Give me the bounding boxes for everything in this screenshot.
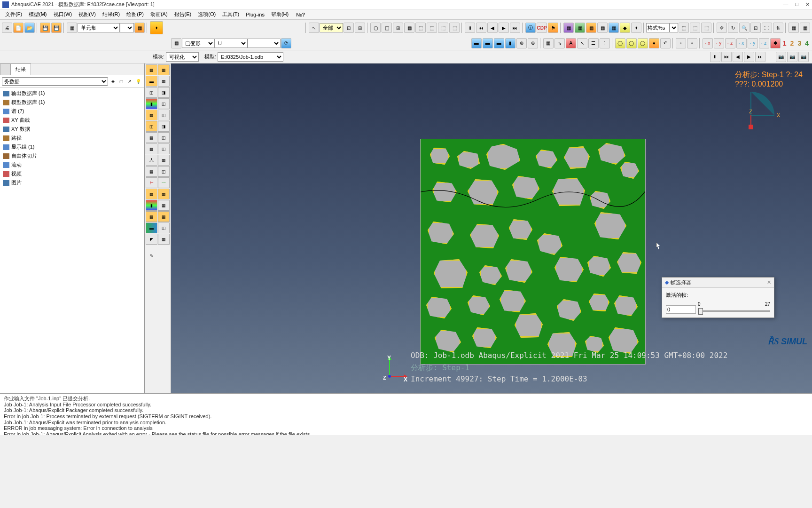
- tool-xy4[interactable]: ◫: [158, 166, 170, 177]
- arrow-tool[interactable]: ↖: [309, 23, 319, 33]
- iso1[interactable]: ⬚: [679, 23, 689, 33]
- tool-material-opts[interactable]: ◫: [158, 110, 170, 120]
- box4[interactable]: ▦: [404, 23, 414, 33]
- tab-results[interactable]: 结果: [10, 64, 31, 75]
- circ2[interactable]: ◯: [626, 38, 637, 48]
- viewport[interactable]: 分析步: Step-1 ?: 24 ???: 0.001200 X Z: [171, 64, 812, 393]
- menu-help[interactable]: 帮助(H): [268, 10, 291, 19]
- undo-icon[interactable]: ↶: [660, 38, 671, 48]
- tree-btn2[interactable]: ▢: [117, 78, 125, 85]
- frame-selector-dialog[interactable]: ◆ 帧选择器 ✕ 激活的帧: 0 27: [662, 277, 774, 318]
- menu-report[interactable]: 报告(E): [172, 10, 195, 19]
- cube4[interactable]: ⬚: [449, 23, 460, 33]
- cube3[interactable]: ⬚: [438, 23, 448, 33]
- tree-item-movie[interactable]: 视频: [1, 169, 143, 178]
- message-area[interactable]: 作业输入文件 "Job-1.inp" 已提交分析. Job Job-1: Ana…: [0, 393, 812, 435]
- tree-item-spectrum[interactable]: 谱 (7): [1, 107, 143, 116]
- annot-text[interactable]: A: [566, 38, 576, 48]
- render5[interactable]: ▦: [609, 23, 619, 33]
- first-icon[interactable]: ⏮: [476, 23, 486, 33]
- pan-icon[interactable]: ✥: [717, 23, 727, 33]
- element-set-button[interactable]: ▦: [67, 23, 77, 33]
- tree-item-xy-data[interactable]: XY 数据: [1, 125, 143, 134]
- vp3[interactable]: ▬: [494, 38, 504, 48]
- vp2[interactable]: ▬: [483, 38, 493, 48]
- menu-view[interactable]: 视图(V): [76, 10, 99, 19]
- tool-ply1[interactable]: ◫: [146, 121, 157, 132]
- annot-list[interactable]: ☰: [588, 38, 599, 48]
- frame-slider-track[interactable]: [698, 310, 770, 312]
- tool-xy2[interactable]: ▦: [158, 155, 170, 166]
- vp4[interactable]: ▮: [505, 38, 515, 48]
- anim-prev[interactable]: ◀: [733, 52, 743, 62]
- csys-y[interactable]: ⌐y: [714, 38, 724, 48]
- cube1[interactable]: ⬚: [415, 23, 426, 33]
- cube2[interactable]: ⬚: [427, 23, 437, 33]
- align-icon[interactable]: ⇅: [773, 23, 783, 33]
- view-1[interactable]: 1: [783, 40, 787, 47]
- tool-stream2[interactable]: ◫: [158, 222, 170, 233]
- tool-symbol2[interactable]: ◨: [158, 87, 170, 98]
- selection-filter[interactable]: 全部: [320, 23, 343, 32]
- camera1[interactable]: 📷: [776, 52, 786, 62]
- saveas-button[interactable]: 💾: [51, 23, 62, 33]
- last-icon[interactable]: ⏭: [510, 23, 520, 33]
- tool-anim1[interactable]: ▦: [146, 132, 157, 143]
- rotate-icon[interactable]: ↻: [728, 23, 738, 33]
- tree-item-xy-curve[interactable]: XY 曲线: [1, 116, 143, 125]
- tool-plot-deformed[interactable]: ▦: [158, 64, 170, 75]
- format-input[interactable]: [646, 23, 670, 32]
- tree-btn3[interactable]: ↗: [126, 78, 133, 85]
- cdp-button[interactable]: CDP: [537, 23, 547, 33]
- render2[interactable]: ▦: [575, 23, 585, 33]
- tree-item-display-group[interactable]: 显示组 (1): [1, 143, 143, 151]
- annot1[interactable]: ▦: [543, 38, 554, 48]
- render6[interactable]: ◆: [620, 23, 630, 33]
- refresh-icon[interactable]: ⟳: [281, 38, 291, 48]
- tool-anim4[interactable]: ◫: [158, 143, 170, 154]
- csys-x2[interactable]: ⌐x: [736, 38, 747, 48]
- tool-plot-undeformed[interactable]: ▦: [146, 64, 157, 75]
- play-pause-icon[interactable]: ⏸: [465, 23, 475, 33]
- small-combo[interactable]: [120, 23, 134, 32]
- info-icon[interactable]: ⓘ: [525, 23, 536, 33]
- sel-btn2[interactable]: ⊞: [355, 23, 365, 33]
- tree-filter[interactable]: 务数据: [2, 77, 108, 86]
- grid2[interactable]: ▦: [800, 23, 810, 33]
- maximize-button[interactable]: □: [795, 1, 798, 8]
- next-icon[interactable]: ▶: [499, 23, 509, 33]
- tool-material[interactable]: ▦: [146, 110, 157, 120]
- tree-item-image[interactable]: 图片: [1, 178, 143, 187]
- menu-options[interactable]: 选项(O): [195, 10, 219, 19]
- render1[interactable]: ▦: [563, 23, 574, 33]
- tree-item-freebody[interactable]: 自由体切片: [1, 151, 143, 160]
- iso2[interactable]: ⬚: [690, 23, 700, 33]
- tree-item-output-db[interactable]: 输出数据库 (1): [1, 89, 143, 98]
- tree-item-stream[interactable]: 流动: [1, 160, 143, 169]
- menu-model[interactable]: 模型(M): [26, 10, 50, 19]
- view-4[interactable]: 4: [805, 40, 809, 47]
- tool-cut1[interactable]: ◤: [146, 234, 157, 245]
- mesh-icon[interactable]: ▦: [134, 23, 145, 33]
- frame-slider-thumb[interactable]: [698, 308, 703, 315]
- menu-file[interactable]: 文件(F): [2, 10, 25, 19]
- circ1[interactable]: ◯: [615, 38, 625, 48]
- tool-spectrum[interactable]: ▮: [146, 98, 157, 109]
- tool-contour2[interactable]: ▦: [158, 76, 170, 87]
- frame-input[interactable]: [666, 305, 696, 314]
- annot-arrow[interactable]: ↘: [554, 38, 565, 48]
- link1[interactable]: ⊕: [516, 38, 527, 48]
- flag-icon[interactable]: ⚑: [548, 23, 558, 33]
- menu-viewport[interactable]: 视口(W): [51, 10, 75, 19]
- tool-xy1[interactable]: 人: [146, 155, 157, 166]
- sel-btn1[interactable]: ⊡: [344, 23, 354, 33]
- tool-ply2[interactable]: ◨: [158, 121, 170, 132]
- model-combo[interactable]: E:/0325/Job-1.odb: [218, 52, 283, 62]
- tool-pencil[interactable]: ✎: [146, 250, 157, 261]
- render4[interactable]: ▦: [597, 23, 608, 33]
- tool-view1[interactable]: ▦: [146, 211, 157, 222]
- field-combo[interactable]: U: [215, 39, 248, 48]
- csys-y2[interactable]: ⌐y: [748, 38, 758, 48]
- fit-icon[interactable]: ⛶: [762, 23, 772, 33]
- tool-view2[interactable]: ▦: [158, 211, 170, 222]
